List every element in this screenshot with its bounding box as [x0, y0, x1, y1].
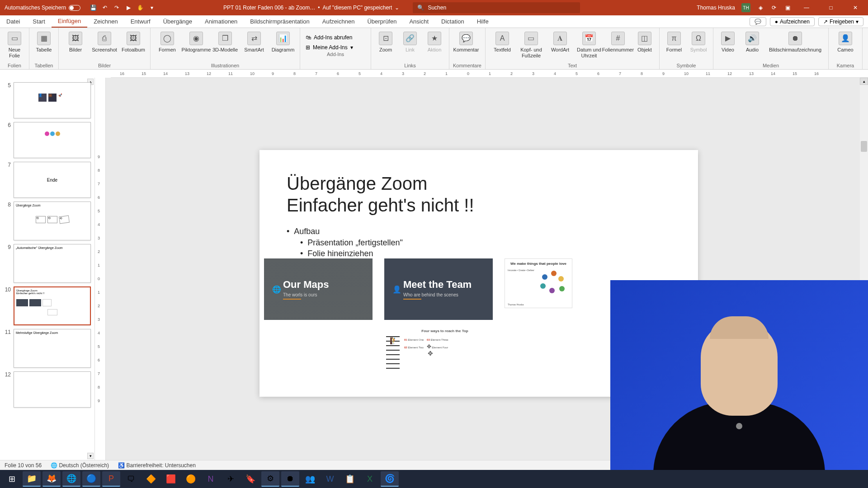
- share-button[interactable]: ↗ Freigeben ▾: [818, 17, 863, 26]
- 3dmodels-button[interactable]: ❒3D-Modelle: [212, 30, 238, 53]
- task-obs[interactable]: ⚙: [261, 471, 279, 487]
- tab-datei[interactable]: Datei: [0, 15, 26, 28]
- user-name[interactable]: Thomas Hruska: [697, 5, 735, 11]
- get-addins-button[interactable]: 🛍Add-Ins abrufen: [304, 33, 367, 42]
- new-slide-button[interactable]: ▭Neue Folie: [4, 30, 25, 58]
- autosave-label: Automatisches Speichern: [5, 5, 66, 11]
- thumb-9[interactable]: „Automatische" Übergänge Zoom: [14, 244, 91, 283]
- autosave-toggle[interactable]: Automatisches Speichern: [0, 5, 85, 11]
- pictures-button[interactable]: 🖼Bilder: [62, 30, 89, 53]
- slideshow-icon[interactable]: ▶: [125, 4, 132, 11]
- shapes-button[interactable]: ◯Formen: [154, 30, 180, 53]
- wordart-button[interactable]: 𝐀WordArt: [547, 30, 573, 53]
- textbox-button[interactable]: ATextfeld: [489, 30, 515, 53]
- maximize-button[interactable]: □: [822, 0, 840, 15]
- task-app-pink[interactable]: 🔖: [241, 471, 259, 487]
- task-telegram[interactable]: ✈: [222, 471, 240, 487]
- record-button[interactable]: ● Aufzeichnen: [770, 17, 815, 26]
- language-status[interactable]: 🌐 Deutsch (Österreich): [51, 462, 109, 469]
- screenshot-button[interactable]: ⎙Screenshot: [91, 30, 118, 53]
- diamond-icon[interactable]: ◈: [757, 4, 764, 11]
- tab-ansicht[interactable]: Ansicht: [403, 15, 435, 28]
- user-avatar[interactable]: TH: [741, 3, 750, 12]
- comments-pane-button[interactable]: 💬: [750, 17, 766, 26]
- tab-bildschirm[interactable]: Bildschirmpräsentation: [244, 15, 316, 28]
- card-tiny-right[interactable]: We make things that people love Innovate…: [505, 258, 572, 308]
- qat-more-icon[interactable]: ▾: [148, 4, 156, 11]
- task-vlc[interactable]: 🔶: [142, 471, 160, 487]
- sync-icon[interactable]: ⟳: [770, 4, 778, 11]
- scroll-up-icon[interactable]: ▴: [860, 78, 868, 85]
- task-word[interactable]: W: [321, 471, 339, 487]
- thumb-5[interactable]: 👤💼🚀: [14, 82, 91, 118]
- tab-hilfe[interactable]: Hilfe: [471, 15, 495, 28]
- slide-counter[interactable]: Folie 10 von 56: [5, 462, 42, 469]
- card-our-maps[interactable]: 🌐 Our Maps The worls is ours: [264, 258, 373, 320]
- thumb-6[interactable]: [14, 122, 91, 158]
- object-button[interactable]: ◫Objekt: [634, 30, 656, 53]
- thumb-12[interactable]: [14, 371, 91, 408]
- chart-button[interactable]: 📊Diagramm: [270, 30, 296, 53]
- icons-button[interactable]: ◉Piktogramme: [183, 30, 209, 53]
- thumb-7[interactable]: Ende: [14, 162, 91, 198]
- thumb-8[interactable]: Übergänge Zoom⟲⟲⟲: [14, 202, 91, 240]
- task-excel[interactable]: X: [361, 471, 379, 487]
- zoom-button[interactable]: ⊡Zoom: [375, 30, 396, 53]
- thumb-scroll-down[interactable]: ▾: [87, 453, 94, 459]
- save-icon[interactable]: 💾: [90, 4, 97, 11]
- task-onenote[interactable]: N: [202, 471, 220, 487]
- video-button[interactable]: ▶Video: [717, 30, 739, 53]
- thumb-11[interactable]: Mehrstufige Übergänge Zoom: [14, 329, 91, 368]
- equation-button[interactable]: πFormel: [663, 30, 685, 53]
- tab-einfuegen[interactable]: Einfügen: [52, 15, 87, 28]
- window-icon[interactable]: ▣: [784, 4, 791, 11]
- cameo-button[interactable]: 👤Cameo: [832, 30, 859, 53]
- thumb-10[interactable]: Übergänge ZoomEinfacher geht's nicht !!: [14, 286, 91, 325]
- task-teams[interactable]: 👥: [301, 471, 319, 487]
- tab-zeichnen[interactable]: Zeichnen: [87, 15, 124, 28]
- tab-animationen[interactable]: Animationen: [198, 15, 244, 28]
- task-edge[interactable]: 🌀: [381, 471, 399, 487]
- tab-uebergaenge[interactable]: Übergänge: [157, 15, 198, 28]
- tab-ueberpruefen[interactable]: Überprüfen: [361, 15, 403, 28]
- slide-title[interactable]: Übergänge Zoom Einfacher geht's nicht !!: [287, 173, 671, 216]
- group-kamera: Kamera: [832, 63, 859, 69]
- table-button[interactable]: ▦Tabelle: [33, 30, 55, 53]
- task-chrome[interactable]: 🌐: [62, 471, 80, 487]
- screen-recording-button[interactable]: ⏺Bildschirmaufzeichnung: [766, 30, 825, 53]
- task-app-red[interactable]: 🟥: [162, 471, 180, 487]
- accessibility-status[interactable]: ♿ Barrierefreiheit: Untersuchen: [118, 462, 196, 469]
- start-button[interactable]: ⊞: [3, 471, 21, 487]
- task-recorder[interactable]: ⏺: [281, 471, 299, 487]
- my-addins-button[interactable]: ⊞Meine Add-Ins ▾: [304, 43, 367, 52]
- document-title[interactable]: PPT 01 Roter Faden 006 - ab Zoom… • Auf …: [223, 5, 399, 11]
- tab-dictation[interactable]: Dictation: [435, 15, 471, 28]
- task-edge-old[interactable]: 🔵: [82, 471, 100, 487]
- tab-aufzeichnen[interactable]: Aufzeichnen: [316, 15, 361, 28]
- card-meet-team[interactable]: 👤 Meet the Team Who are behind the scene…: [384, 258, 493, 320]
- close-button[interactable]: ✕: [846, 0, 864, 15]
- minimize-button[interactable]: —: [797, 0, 816, 15]
- tab-entwurf[interactable]: Entwurf: [124, 15, 157, 28]
- task-powerpoint[interactable]: P: [102, 471, 120, 487]
- redo-icon[interactable]: ↷: [113, 4, 120, 11]
- task-notes[interactable]: 📋: [341, 471, 359, 487]
- card-ladder[interactable]: Four ways to reach the Top 🧗 01 Element …: [382, 327, 508, 380]
- photoalbum-button[interactable]: 🖼Fotoalbum: [120, 30, 146, 53]
- task-firefox[interactable]: 🦊: [42, 471, 61, 487]
- comment-button[interactable]: 💬Kommentar: [453, 30, 479, 53]
- datetime-button[interactable]: 📅Datum und Uhrzeit: [576, 30, 602, 58]
- slide-thumbnails[interactable]: ▴ 5👤💼🚀 6 7Ende 8Übergänge Zoom⟲⟲⟲ 9„Auto…: [0, 78, 95, 460]
- header-footer-button[interactable]: ▭Kopf- und Fußzeile: [518, 30, 544, 58]
- slidenumber-button[interactable]: #Foliennummer: [605, 30, 631, 53]
- tab-start[interactable]: Start: [26, 15, 51, 28]
- task-app-grey[interactable]: 🗨: [122, 471, 140, 487]
- audio-button[interactable]: 🔊Audio: [741, 30, 763, 53]
- search-box[interactable]: 🔍 Suchen: [413, 2, 580, 13]
- smartart-button[interactable]: ⇄SmartArt: [241, 30, 267, 53]
- touch-mode-icon[interactable]: ✋: [137, 4, 144, 11]
- task-explorer[interactable]: 📁: [23, 471, 41, 487]
- task-app-orange[interactable]: 🟠: [182, 471, 200, 487]
- scroll-thumb[interactable]: [861, 141, 867, 152]
- undo-icon[interactable]: ↶: [101, 4, 108, 11]
